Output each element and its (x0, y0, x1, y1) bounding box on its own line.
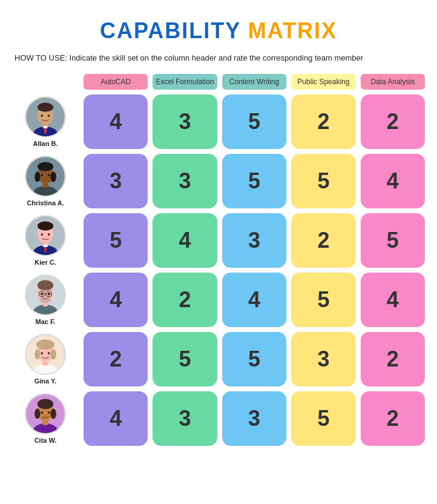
score-mac-speaking: 5 (291, 273, 355, 327)
svg-point-51 (38, 399, 53, 409)
avatar-christina (25, 156, 66, 197)
svg-point-13 (38, 162, 53, 171)
person-name-mac: Mac F. (35, 318, 55, 325)
score-kier-excel: 4 (153, 213, 217, 268)
person-name-allan: Allan B. (33, 140, 58, 147)
svg-point-14 (34, 171, 40, 182)
score-gina-speaking: 3 (291, 332, 355, 386)
svg-point-45 (41, 352, 43, 354)
header-excel: Excel Formulation (153, 74, 217, 90)
matrix-grid: AutoCADExcel FormulationContent WritingP… (12, 74, 425, 446)
score-allan-data: 2 (361, 94, 425, 149)
score-cita-speaking: 5 (291, 391, 355, 446)
person-name-gina: Gina Y. (34, 377, 56, 385)
score-christina-speaking: 5 (291, 154, 355, 208)
avatar-kier (25, 215, 66, 256)
svg-point-44 (50, 349, 56, 359)
avatar-cita (25, 393, 66, 434)
instructions-text: HOW TO USE: Indicate the skill set on th… (12, 52, 425, 64)
person-name-christina: Christina A. (27, 199, 64, 207)
score-kier-speaking: 2 (291, 213, 355, 268)
svg-point-31 (38, 280, 53, 290)
person-cell-gina: Gina Y. (12, 334, 79, 385)
score-mac-data: 4 (361, 273, 425, 327)
svg-point-33 (47, 292, 50, 295)
score-cita-autocad: 4 (84, 391, 148, 446)
score-christina-content: 5 (222, 154, 286, 208)
score-mac-autocad: 4 (84, 273, 148, 327)
svg-point-16 (41, 174, 43, 176)
person-cell-mac: Mac F. (12, 274, 79, 325)
score-kier-content: 3 (222, 213, 286, 268)
avatar-gina (25, 334, 66, 375)
score-kier-data: 5 (361, 213, 425, 268)
header-content: Content Writing (222, 74, 286, 90)
person-name-cita: Cita W. (34, 437, 57, 444)
svg-point-5 (41, 114, 43, 117)
score-gina-excel: 5 (153, 332, 217, 386)
svg-point-37 (40, 297, 51, 302)
svg-point-53 (50, 408, 56, 419)
svg-rect-8 (44, 126, 47, 128)
person-cell-cita: Cita W. (12, 393, 79, 444)
svg-point-22 (38, 221, 53, 230)
score-gina-autocad: 2 (84, 332, 148, 386)
score-gina-content: 5 (222, 332, 286, 386)
avatar-allan (25, 96, 66, 138)
svg-point-15 (50, 171, 56, 182)
svg-point-43 (34, 349, 40, 359)
page-title: CAPABILITY MATRIX (12, 18, 425, 44)
avatar-mac (25, 274, 66, 316)
svg-point-46 (48, 352, 50, 354)
header-data: Data Analysis (361, 74, 425, 90)
svg-point-23 (41, 233, 43, 236)
score-cita-content: 3 (222, 391, 286, 446)
header-autocad: AutoCAD (84, 74, 148, 90)
header-speaking: Public Speaking (291, 74, 355, 90)
person-cell-kier: Kier C. (12, 215, 79, 266)
svg-point-17 (48, 174, 50, 176)
score-cita-excel: 3 (153, 391, 217, 446)
score-kier-autocad: 5 (84, 213, 148, 268)
score-gina-data: 2 (361, 332, 425, 386)
capability-matrix: AutoCADExcel FormulationContent WritingP… (12, 74, 425, 446)
svg-point-32 (41, 292, 44, 295)
svg-point-24 (48, 233, 50, 236)
svg-point-42 (36, 339, 54, 350)
score-cita-data: 2 (361, 391, 425, 446)
score-allan-speaking: 2 (291, 94, 355, 149)
score-allan-excel: 3 (153, 94, 217, 149)
person-name-kier: Kier C. (34, 259, 56, 266)
score-mac-excel: 2 (153, 273, 217, 327)
score-christina-autocad: 3 (84, 154, 148, 208)
score-allan-autocad: 4 (84, 94, 148, 149)
score-christina-excel: 3 (153, 154, 217, 208)
svg-point-52 (34, 408, 40, 419)
score-christina-data: 4 (361, 154, 425, 208)
svg-point-4 (38, 102, 53, 111)
svg-point-54 (41, 411, 43, 414)
person-cell-christina: Christina A. (12, 156, 79, 207)
svg-point-6 (48, 114, 50, 117)
svg-rect-26 (44, 245, 47, 247)
score-mac-content: 4 (222, 273, 286, 327)
svg-point-55 (48, 411, 50, 414)
person-cell-allan: Allan B. (12, 96, 79, 147)
score-allan-content: 5 (222, 94, 286, 149)
